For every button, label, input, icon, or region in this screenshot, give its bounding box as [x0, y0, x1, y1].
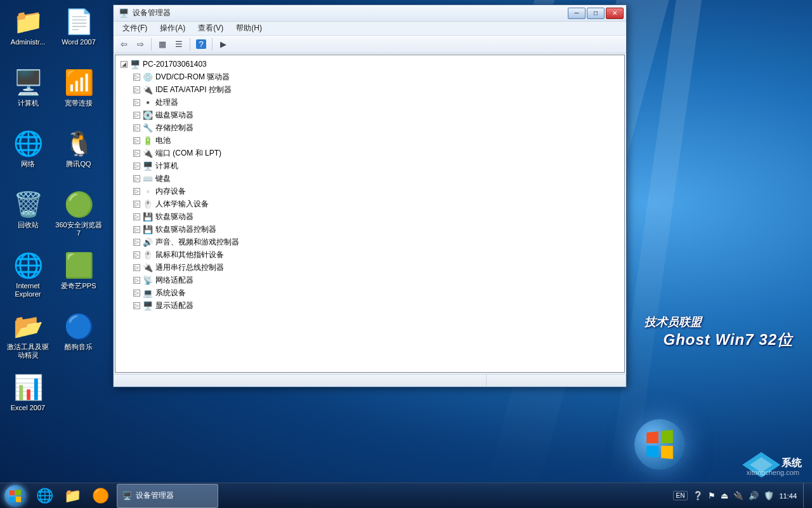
flag-tray-icon[interactable]: ⚑ [708, 491, 716, 500]
desktop-icon-ie[interactable]: 🌐Internet Explorer [4, 250, 52, 300]
tree-node[interactable]: ▷💾软盘驱动器 [115, 210, 624, 223]
tree-node[interactable]: ▷🔋电池 [115, 134, 624, 147]
desktop-icon-broadband[interactable]: 📶宽带连接 [55, 67, 103, 117]
forward-button[interactable]: ⇨ [133, 37, 148, 51]
tree-node[interactable]: ▷🔌通用串行总线控制器 [115, 261, 624, 274]
eject-tray-icon[interactable]: ⏏ [721, 491, 728, 500]
tree-node[interactable]: ▷🔌IDE ATA/ATAPI 控制器 [115, 83, 624, 96]
tree-node[interactable]: ▷💾软盘驱动器控制器 [115, 223, 624, 236]
pinned-explorer-icon[interactable]: 📁 [59, 484, 86, 508]
menu-help[interactable]: 帮助(H) [231, 22, 267, 35]
back-button[interactable]: ⇦ [116, 37, 131, 51]
pinned-media-icon[interactable]: 🟠 [87, 484, 114, 508]
tree-node[interactable]: ▷🖱️鼠标和其他指针设备 [115, 248, 624, 261]
minimize-button[interactable]: ─ [568, 8, 586, 19]
volume-tray-icon[interactable]: 🔊 [749, 491, 759, 500]
expand-icon[interactable]: ▷ [133, 201, 140, 208]
expand-icon[interactable]: ▷ [133, 264, 140, 271]
properties-button[interactable]: ☰ [171, 37, 187, 51]
desktop-icon-qq[interactable]: 🐧腾讯QQ [55, 128, 103, 178]
tree-node[interactable]: ▷🔌端口 (COM 和 LPT) [115, 147, 624, 159]
close-button[interactable]: ✕ [606, 8, 624, 19]
tree-node[interactable]: ▷🔧存储控制器 [115, 121, 624, 134]
ie-icon: 🌐 [13, 250, 43, 281]
expand-icon[interactable]: ▷ [133, 188, 140, 195]
expand-icon[interactable]: ▷ [133, 99, 140, 106]
tree-node[interactable]: ▷▪️处理器 [115, 96, 624, 109]
menu-action[interactable]: 操作(A) [155, 22, 190, 35]
desktop-icon-network[interactable]: 🌐网络 [4, 128, 52, 178]
desktop-icon-folder-admin[interactable]: 📁Administr... [4, 6, 52, 56]
device-category-icon: 🔌 [143, 148, 153, 158]
show-hide-button[interactable]: ▦ [155, 37, 170, 51]
language-indicator[interactable]: EN [673, 491, 688, 500]
titlebar[interactable]: 🖥️ 设备管理器 ─ □ ✕ [114, 5, 626, 22]
expand-icon[interactable]: ▷ [133, 302, 140, 309]
icon-label: 360安全浏览器7 [55, 221, 102, 237]
desktop-icon-excel[interactable]: 📊Excel 2007 [4, 372, 52, 422]
tree-node[interactable]: ▷🖥️显示适配器 [115, 299, 624, 312]
device-category-icon: ▫️ [143, 186, 153, 196]
device-category-icon: 💿 [143, 72, 153, 82]
desktop-icon-activation-tools[interactable]: 📂激活工具及驱动精灵 [4, 311, 52, 361]
desktop-icon-kugou[interactable]: 🔵酷狗音乐 [55, 311, 103, 361]
tree-node[interactable]: ▷📡网络适配器 [115, 274, 624, 286]
tree-node[interactable]: ▷⌨️键盘 [115, 172, 624, 185]
expand-icon[interactable]: ▷ [133, 124, 140, 131]
expand-icon[interactable]: ▷ [133, 290, 140, 297]
expand-icon[interactable]: ▷ [133, 239, 140, 246]
desktop-icon-computer[interactable]: 🖥️计算机 [4, 67, 52, 117]
expand-icon[interactable]: ▷ [133, 213, 140, 220]
expand-icon[interactable]: ▷ [133, 86, 140, 93]
menu-view[interactable]: 查看(V) [193, 22, 228, 35]
tree-node[interactable]: ▷💽磁盘驱动器 [115, 109, 624, 121]
shield-tray-icon[interactable]: 🛡️ [764, 491, 774, 500]
icon-label: Internet Explorer [4, 282, 51, 298]
network-tray-icon[interactable]: 🔌 [733, 491, 743, 500]
node-label: 系统设备 [155, 288, 186, 298]
scan-button[interactable]: ▶ [216, 37, 231, 51]
expand-icon[interactable]: ▷ [133, 74, 140, 81]
expand-icon[interactable]: ▷ [133, 175, 140, 182]
device-category-icon: 🔋 [143, 135, 153, 145]
tree-node[interactable]: ▷🖱️人体学输入设备 [115, 197, 624, 210]
tree-root[interactable]: ◢ 🖥️ PC-201703061403 [115, 58, 624, 70]
tree-node[interactable]: ▷🖥️计算机 [115, 159, 624, 172]
menu-file[interactable]: 文件(F) [117, 22, 152, 35]
expand-icon[interactable]: ▷ [133, 137, 140, 144]
desktop-icon-iqiyi[interactable]: 🟩爱奇艺PPS [55, 250, 103, 300]
computer-icon: 🖥️ [130, 59, 140, 69]
tree-node[interactable]: ▷🔊声音、视频和游戏控制器 [115, 236, 624, 248]
desktop-icon-360browser[interactable]: 🟢360安全浏览器7 [55, 189, 103, 239]
desktop-branding: 技术员联盟 Ghost Win7 32位 [645, 314, 793, 350]
node-label: 磁盘驱动器 [155, 110, 193, 121]
expand-icon[interactable]: ▷ [133, 163, 140, 170]
show-desktop-button[interactable] [803, 483, 812, 509]
expand-icon[interactable]: ▷ [133, 277, 140, 284]
node-label: 人体学输入设备 [155, 199, 209, 210]
expand-icon[interactable]: ▷ [133, 226, 140, 233]
expand-icon[interactable]: ▷ [133, 150, 140, 157]
help-button[interactable]: ? [193, 37, 209, 51]
qq-icon: 🐧 [63, 128, 94, 159]
desktop-icon-word[interactable]: 📄Word 2007 [55, 6, 103, 56]
icon-label: 酷狗音乐 [65, 343, 93, 351]
taskbar-task-devmgr[interactable]: 🖥️ 设备管理器 [117, 484, 218, 508]
pinned-ie-icon[interactable]: 🌐 [31, 484, 58, 508]
desktop-icon-recycle-bin[interactable]: 🗑️回收站 [4, 189, 52, 239]
device-tree[interactable]: ◢ 🖥️ PC-201703061403 ▷💿DVD/CD-ROM 驱动器▷🔌I… [115, 55, 625, 373]
system-tray: EN ❔ ⚑ ⏏ 🔌 🔊 🛡️ 11:44 [669, 491, 801, 500]
start-button[interactable] [3, 483, 28, 509]
expand-icon[interactable]: ▷ [133, 112, 140, 119]
computer-icon: 🖥️ [13, 67, 43, 98]
help-tray-icon[interactable]: ❔ [693, 491, 703, 500]
tree-node[interactable]: ▷💻系统设备 [115, 286, 624, 299]
app-icon: 🖥️ [119, 8, 129, 18]
tree-node[interactable]: ▷▫️内存设备 [115, 185, 624, 197]
clock[interactable]: 11:44 [779, 492, 797, 500]
node-label: 软盘驱动器 [155, 211, 193, 222]
expand-icon[interactable]: ▷ [133, 251, 140, 258]
maximize-button[interactable]: □ [587, 8, 605, 19]
collapse-icon[interactable]: ◢ [121, 61, 128, 68]
tree-node[interactable]: ▷💿DVD/CD-ROM 驱动器 [115, 70, 624, 83]
